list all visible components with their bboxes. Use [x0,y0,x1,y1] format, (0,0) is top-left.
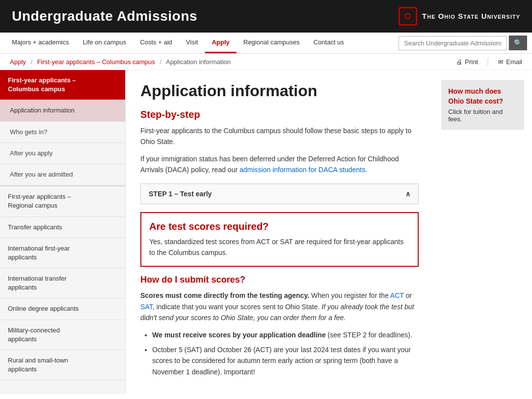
nav-item-life[interactable]: Life on campus [76,33,133,53]
step-by-step-heading: Step-by-step [140,109,419,120]
cost-box[interactable]: How much does Ohio State cost? Click for… [441,80,524,130]
scores-text-or: or [404,291,412,299]
breadcrumb-sep-1: / [31,58,33,66]
breadcrumb-divider [488,58,488,66]
email-icon: ✉ [498,58,503,66]
sidebar-item-application-info[interactable]: Application information [0,100,125,121]
sidebar-item-intl-transfer[interactable]: International transferapplicants [0,268,125,298]
sidebar-item-online[interactable]: Online degree applicants [0,298,125,320]
nav-item-contact[interactable]: Contact us [306,33,351,53]
callout-title: Are test scores required? [149,221,410,232]
breadcrumb: Apply / First-year applicants – Columbus… [10,58,231,66]
osu-logo: O The Ohio State University [399,7,520,26]
nav-search: 🔍 [399,36,527,50]
cost-box-sub: Click for tuition and fees. [448,108,517,123]
daca-link[interactable]: admission information for DACA students [239,166,365,174]
intro-paragraph-2: If your immigration status has been defe… [140,153,419,176]
bullet-2: October 5 (SAT) and October 26 (ACT) are… [152,344,419,377]
sidebar-item-who-gets-in[interactable]: Who gets in? [0,122,125,143]
bullet-1-bold: We must receive scores by your applicati… [152,331,326,339]
nav-item-regional[interactable]: Regional campuses [236,33,306,53]
act-link[interactable]: ACT [390,291,404,299]
chevron-up-icon: ∧ [405,190,410,198]
breadcrumb-first-year[interactable]: First-year applicants – Columbus campus [37,58,155,66]
nav-links: Majors + academics Life on campus Costs … [5,33,351,53]
email-label: Email [506,58,522,66]
sidebar: First-year applicants –Columbus campus A… [0,70,126,394]
osu-logo-icon: O [399,7,417,26]
osu-logo-text: The Ohio State University [422,11,520,21]
main-nav: Majors + academics Life on campus Costs … [0,33,532,54]
email-action[interactable]: ✉ Email [498,58,522,66]
nav-item-majors[interactable]: Majors + academics [5,33,76,53]
print-action[interactable]: 🖨 Print [456,58,478,66]
sidebar-item-transfer[interactable]: Transfer applicants [0,217,125,238]
scores-text-after: , indicate that you want your scores sen… [153,303,322,311]
scores-paragraph: Scores must come directly from the testi… [140,290,419,323]
bullet-1: We must receive scores by your applicati… [152,329,419,340]
breadcrumb-apply[interactable]: Apply [10,58,26,66]
site-title: Undergraduate Admissions [12,8,198,24]
main-content: Application information Step-by-step Fir… [126,70,433,394]
search-input[interactable] [399,36,507,50]
breadcrumb-actions: 🖨 Print ✉ Email [456,58,522,66]
breadcrumb-bar: Apply / First-year applicants – Columbus… [0,54,532,70]
callout-box: Are test scores required? Yes, standardi… [140,212,419,267]
callout-text: Yes, standardized test scores from ACT o… [149,236,410,258]
sidebar-item-after-admitted[interactable]: After you are admitted [0,164,125,185]
sidebar-item-firstyear-columbus[interactable]: First-year applicants –Columbus campus [0,70,125,100]
print-label: Print [465,58,478,66]
scores-bold: Scores must come directly from the testi… [140,291,309,299]
step-1-label: STEP 1 – Test early [149,190,212,198]
site-header: Undergraduate Admissions O The Ohio Stat… [0,0,532,33]
scores-list: We must receive scores by your applicati… [152,329,419,378]
sidebar-item-firstyear-regional[interactable]: First-year applicants –Regional campus [0,185,125,217]
sidebar-item-rural[interactable]: Rural and small-townapplicants [0,350,125,380]
submit-scores-heading: How do I submit scores? [140,275,419,285]
cost-box-title: How much does Ohio State cost? [448,87,517,106]
sidebar-item-after-apply[interactable]: After you apply [0,143,125,164]
search-icon: 🔍 [514,39,522,47]
sat-link[interactable]: SAT [140,303,153,311]
step-1-accordion[interactable]: STEP 1 – Test early ∧ [140,183,419,204]
right-sidebar: How much does Ohio State cost? Click for… [433,70,532,394]
sidebar-item-military[interactable]: Military-connectedapplicants [0,320,125,350]
nav-item-visit[interactable]: Visit [179,33,205,53]
bullet-1-rest: (see STEP 2 for deadlines). [326,331,412,339]
intro-paragraph-1: First-year applicants to the Columbus ca… [140,125,419,147]
nav-item-apply[interactable]: Apply [205,33,236,53]
page-title: Application information [140,82,419,100]
print-icon: 🖨 [456,58,463,66]
intro-text-2-end: . [365,166,367,174]
nav-item-costs[interactable]: Costs + aid [133,33,179,53]
scores-text-normal: When you register for the [309,291,390,299]
sidebar-item-intl-firstyear[interactable]: International first-yearapplicants [0,238,125,268]
content-layout: First-year applicants –Columbus campus A… [0,70,532,394]
breadcrumb-sep-2: / [160,58,162,66]
breadcrumb-current: Application information [166,58,231,66]
search-button[interactable]: 🔍 [509,36,527,50]
